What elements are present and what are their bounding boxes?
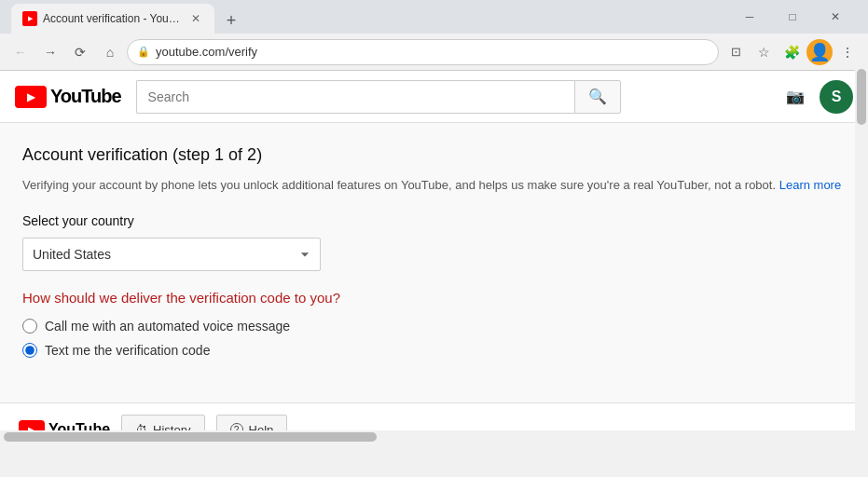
radio-call-input[interactable] (22, 319, 37, 334)
country-select-wrapper: United States Canada United Kingdom Aust… (22, 238, 846, 271)
delivery-question: How should we deliver the verification c… (22, 290, 846, 306)
address-bar[interactable]: 🔒 youtube.com/verify (127, 39, 719, 65)
tab-favicon (22, 11, 37, 26)
profile-icon[interactable]: 👤 (806, 39, 833, 65)
home-button[interactable]: ⌂ (97, 39, 123, 65)
search-input[interactable] (136, 80, 574, 114)
refresh-button[interactable]: ⟳ (67, 39, 93, 65)
maximize-button[interactable]: □ (771, 0, 814, 34)
horizontal-scrollbar[interactable] (0, 430, 855, 443)
youtube-logo-text: YouTube (50, 86, 121, 107)
youtube-logo[interactable]: ▶ YouTube (15, 86, 121, 108)
video-camera-icon[interactable]: 📷 (778, 80, 812, 114)
radio-text-label: Text me the verification code (45, 343, 210, 358)
cast-icon[interactable]: ⊡ (723, 39, 749, 65)
vertical-scrollbar-thumb[interactable] (857, 69, 866, 125)
select-country-label: Select your country (22, 213, 846, 228)
bookmark-icon[interactable]: ☆ (751, 39, 777, 65)
user-avatar[interactable]: S (820, 80, 853, 114)
vertical-scrollbar[interactable] (855, 67, 868, 458)
youtube-logo-icon: ▶ (15, 86, 47, 108)
page-title: Account verification (step 1 of 2) (22, 145, 846, 165)
country-select[interactable]: United States Canada United Kingdom Aust… (22, 238, 321, 271)
header-actions: 📷 S (778, 80, 853, 114)
description: Verifying your account by phone lets you… (22, 176, 846, 195)
search-wrapper: 🔍 (136, 80, 621, 114)
extensions-icon[interactable]: 🧩 (778, 39, 805, 65)
search-button[interactable]: 🔍 (574, 80, 621, 114)
active-tab[interactable]: Account verification - YouTube ✕ (11, 4, 214, 34)
lock-icon: 🔒 (137, 46, 150, 58)
tab-close-button[interactable]: ✕ (188, 11, 203, 26)
nav-bar: ← → ⟳ ⌂ 🔒 youtube.com/verify ⊡ ☆ 🧩 👤 ⋮ (0, 34, 868, 71)
back-button[interactable]: ← (7, 39, 34, 65)
horizontal-scrollbar-thumb[interactable] (4, 432, 377, 442)
minimize-button[interactable]: ─ (728, 0, 771, 34)
radio-call-option[interactable]: Call me with an automated voice message (22, 319, 846, 334)
radio-text-input[interactable] (22, 343, 37, 358)
radio-text-option[interactable]: Text me the verification code (22, 343, 846, 358)
radio-call-label: Call me with an automated voice message (45, 319, 290, 334)
tab-title: Account verification - YouTube (43, 12, 183, 25)
search-icon: 🔍 (588, 88, 607, 105)
main-content: Account verification (step 1 of 2) Verif… (0, 123, 868, 402)
youtube-header: ▶ YouTube 🔍 📷 S (0, 71, 868, 123)
new-tab-button[interactable]: + (218, 7, 244, 34)
forward-button[interactable]: → (37, 39, 63, 65)
close-button[interactable]: ✕ (814, 0, 857, 34)
url-display: youtube.com/verify (156, 45, 257, 59)
learn-more-link[interactable]: Learn more (779, 178, 841, 192)
page-wrapper: ▶ YouTube 🔍 📷 S Account verification (st… (0, 71, 868, 443)
menu-button[interactable]: ⋮ (834, 39, 861, 65)
